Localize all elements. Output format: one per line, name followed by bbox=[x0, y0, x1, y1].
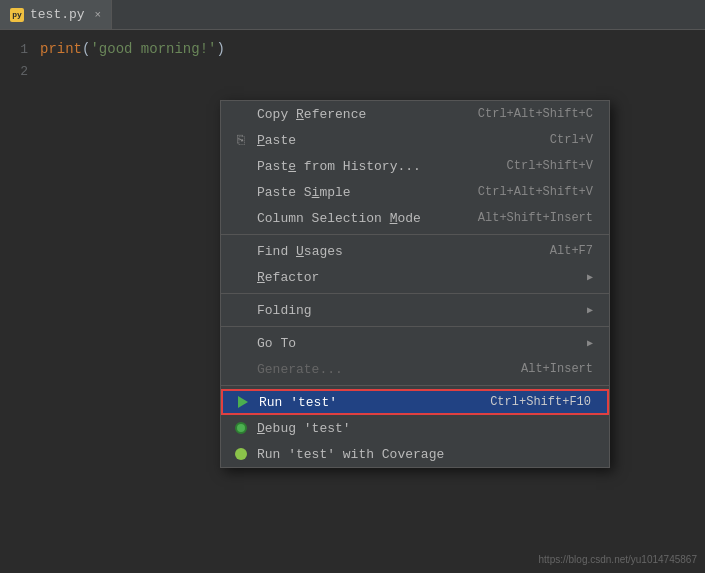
tab-close-button[interactable]: × bbox=[95, 9, 102, 21]
menu-label-folding: Folding bbox=[257, 303, 577, 318]
menu-shortcut-run-test: Ctrl+Shift+F10 bbox=[490, 395, 591, 409]
menu-item-paste[interactable]: ⎘ Paste Ctrl+V bbox=[221, 127, 609, 153]
menu-label-copy-reference: Copy Reference bbox=[257, 107, 458, 122]
menu-item-run-test[interactable]: Run 'test' Ctrl+Shift+F10 bbox=[221, 389, 609, 415]
code-editor[interactable]: 1 print('good morning!') 2 bbox=[0, 30, 705, 90]
paste-icon: ⎘ bbox=[233, 132, 249, 148]
go-to-arrow: ▶ bbox=[587, 337, 593, 349]
separator-4 bbox=[221, 385, 609, 386]
coverage-icon bbox=[233, 446, 249, 462]
run-icon bbox=[235, 394, 251, 410]
editor-container: py test.py × 1 print('good morning!') 2 … bbox=[0, 0, 705, 573]
folding-arrow: ▶ bbox=[587, 304, 593, 316]
separator-2 bbox=[221, 293, 609, 294]
code-line-1: 1 print('good morning!') bbox=[0, 38, 705, 60]
menu-item-copy-reference[interactable]: Copy Reference Ctrl+Alt+Shift+C bbox=[221, 101, 609, 127]
file-icon: py bbox=[10, 8, 24, 22]
menu-label-run-coverage: Run 'test' with Coverage bbox=[257, 447, 593, 462]
refactor-arrow: ▶ bbox=[587, 271, 593, 283]
menu-shortcut-paste-history: Ctrl+Shift+V bbox=[507, 159, 593, 173]
menu-label-paste-simple: Paste Simple bbox=[257, 185, 458, 200]
menu-item-find-usages[interactable]: Find Usages Alt+F7 bbox=[221, 238, 609, 264]
tab-filename: test.py bbox=[30, 7, 85, 22]
menu-label-refactor: Refactor bbox=[257, 270, 577, 285]
menu-label-run-test: Run 'test' bbox=[259, 395, 470, 410]
line-number-2: 2 bbox=[0, 64, 40, 79]
menu-item-refactor[interactable]: Refactor ▶ bbox=[221, 264, 609, 290]
code-line-2: 2 bbox=[0, 60, 705, 82]
context-menu: Copy Reference Ctrl+Alt+Shift+C ⎘ Paste … bbox=[220, 100, 610, 468]
menu-shortcut-copy-reference: Ctrl+Alt+Shift+C bbox=[478, 107, 593, 121]
menu-item-run-coverage[interactable]: Run 'test' with Coverage bbox=[221, 441, 609, 467]
menu-label-go-to: Go To bbox=[257, 336, 577, 351]
menu-item-go-to[interactable]: Go To ▶ bbox=[221, 330, 609, 356]
menu-label-paste: Paste bbox=[257, 133, 530, 148]
menu-item-paste-history[interactable]: Paste from History... Ctrl+Shift+V bbox=[221, 153, 609, 179]
menu-label-debug-test: Debug 'test' bbox=[257, 421, 593, 436]
menu-shortcut-find-usages: Alt+F7 bbox=[550, 244, 593, 258]
debug-icon bbox=[233, 420, 249, 436]
menu-label-column-mode: Column Selection Mode bbox=[257, 211, 458, 226]
menu-label-paste-history: Paste from History... bbox=[257, 159, 487, 174]
tab-bar: py test.py × bbox=[0, 0, 705, 30]
code-content-1: print('good morning!') bbox=[40, 41, 225, 57]
editor-tab[interactable]: py test.py × bbox=[0, 0, 112, 29]
menu-shortcut-column-mode: Alt+Shift+Insert bbox=[478, 211, 593, 225]
menu-shortcut-generate: Alt+Insert bbox=[521, 362, 593, 376]
separator-1 bbox=[221, 234, 609, 235]
menu-label-find-usages: Find Usages bbox=[257, 244, 530, 259]
menu-label-generate: Generate... bbox=[257, 362, 501, 377]
menu-item-column-mode[interactable]: Column Selection Mode Alt+Shift+Insert bbox=[221, 205, 609, 231]
menu-shortcut-paste: Ctrl+V bbox=[550, 133, 593, 147]
menu-item-paste-simple[interactable]: Paste Simple Ctrl+Alt+Shift+V bbox=[221, 179, 609, 205]
watermark: https://blog.csdn.net/yu1014745867 bbox=[539, 554, 697, 565]
separator-3 bbox=[221, 326, 609, 327]
line-number-1: 1 bbox=[0, 42, 40, 57]
menu-item-generate: Generate... Alt+Insert bbox=[221, 356, 609, 382]
menu-item-folding[interactable]: Folding ▶ bbox=[221, 297, 609, 323]
menu-shortcut-paste-simple: Ctrl+Alt+Shift+V bbox=[478, 185, 593, 199]
menu-item-debug-test[interactable]: Debug 'test' bbox=[221, 415, 609, 441]
